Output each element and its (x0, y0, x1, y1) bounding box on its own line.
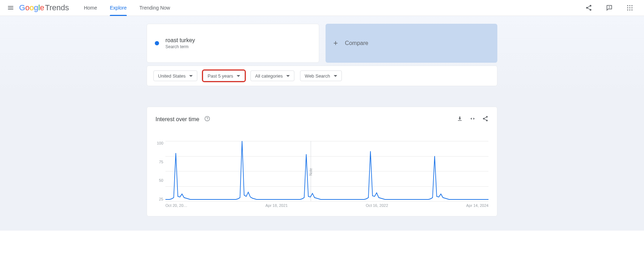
y-tick: 25 (156, 197, 163, 201)
filter-geo[interactable]: United States (153, 70, 197, 81)
chevron-down-icon (334, 75, 337, 77)
logo-product: Trends (45, 3, 69, 12)
series-color-dot (155, 41, 159, 45)
filter-category[interactable]: All categories (250, 70, 294, 81)
svg-point-4 (632, 5, 633, 6)
svg-point-6 (629, 7, 631, 9)
filter-search-type-label: Web Search (305, 73, 330, 79)
search-term-card[interactable]: roast turkey Search term (147, 24, 319, 63)
nav-trending-now[interactable]: Trending Now (140, 0, 170, 16)
compare-label: Compare (345, 40, 368, 46)
plot-area[interactable]: Note (165, 141, 488, 201)
filter-geo-label: United States (158, 73, 186, 79)
chevron-down-icon (237, 75, 240, 77)
header-actions (582, 1, 640, 15)
share-icon[interactable] (582, 1, 596, 15)
x-tick: Apr 14, 2024 (466, 203, 488, 208)
share-icon[interactable] (482, 115, 488, 123)
svg-point-10 (632, 10, 633, 11)
interest-over-time-card: Interest over time (147, 107, 497, 216)
filter-search-type[interactable]: Web Search (300, 70, 341, 81)
search-term-type: Search term (165, 44, 311, 49)
x-tick: Apr 18, 2021 (265, 203, 288, 208)
term-row: roast turkey Search term + Compare (147, 24, 497, 63)
query-section: roast turkey Search term + Compare Unite… (0, 16, 644, 92)
plus-icon: + (333, 39, 338, 48)
chevron-down-icon (286, 75, 290, 77)
feedback-icon[interactable] (602, 1, 616, 15)
y-tick: 50 (156, 178, 163, 182)
download-icon[interactable] (457, 115, 463, 123)
apps-icon[interactable] (623, 1, 637, 15)
x-axis: Oct 20, 20… Apr 18, 2021 Oct 16, 2022 Ap… (165, 203, 488, 208)
svg-point-1 (609, 8, 610, 9)
app-header: Google Trends Home Explore Trending Now (0, 0, 644, 16)
svg-point-8 (627, 10, 628, 11)
results-section: Interest over time (0, 92, 644, 231)
x-tick: Oct 20, 20… (165, 203, 187, 208)
filter-time[interactable]: Past 5 years (203, 70, 245, 81)
add-compare-button[interactable]: + Compare (326, 24, 497, 63)
search-term-name: roast turkey (165, 37, 311, 44)
svg-point-9 (629, 10, 631, 11)
svg-point-5 (627, 7, 628, 9)
y-axis: 100 75 50 25 (156, 141, 165, 201)
nav-home[interactable]: Home (84, 0, 97, 16)
filter-category-label: All categories (255, 73, 283, 79)
line-chart-svg (165, 141, 488, 201)
y-tick: 100 (156, 141, 163, 145)
x-tick: Oct 16, 2022 (366, 203, 388, 208)
chevron-down-icon (189, 75, 193, 77)
logo[interactable]: Google Trends (19, 3, 69, 12)
filter-time-label: Past 5 years (208, 73, 233, 79)
filter-bar: United States Past 5 years All categorie… (147, 66, 497, 86)
chart-title: Interest over time (156, 116, 199, 123)
y-tick: 75 (156, 160, 163, 164)
nav-explore[interactable]: Explore (110, 0, 126, 16)
chart-plot: 100 75 50 25 Note (156, 141, 488, 201)
embed-icon[interactable] (469, 115, 476, 123)
svg-point-2 (627, 5, 628, 6)
help-icon[interactable] (204, 116, 210, 123)
menu-icon[interactable] (4, 1, 18, 15)
top-nav: Home Explore Trending Now (84, 0, 170, 16)
svg-point-3 (629, 5, 631, 6)
svg-point-7 (632, 7, 633, 9)
